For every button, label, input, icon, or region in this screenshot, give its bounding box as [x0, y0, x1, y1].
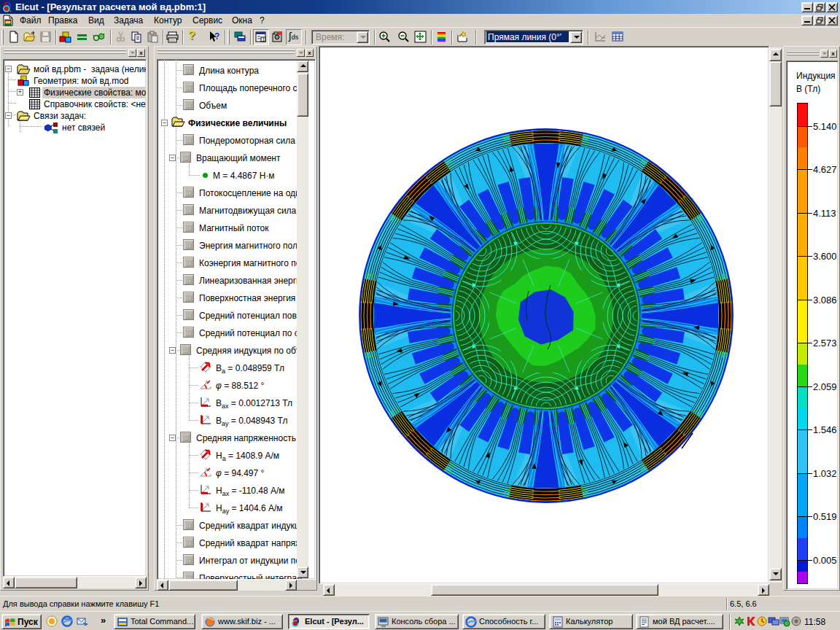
svg-text:?: ?	[214, 31, 219, 42]
svg-text:1: 1	[262, 37, 265, 42]
